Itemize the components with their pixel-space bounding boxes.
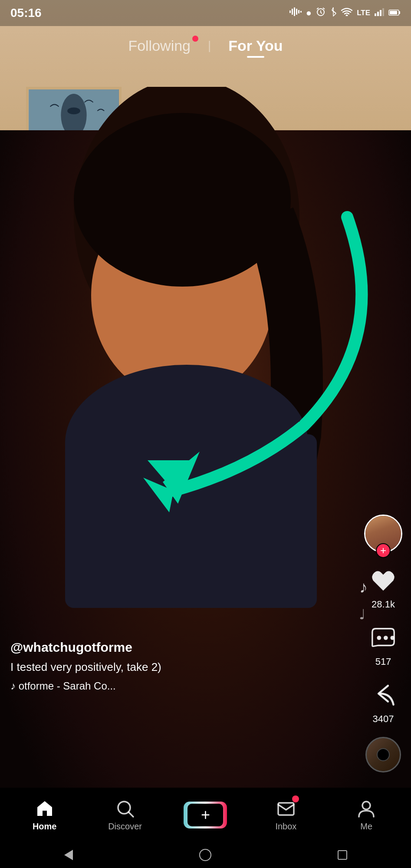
- svg-line-34: [128, 812, 133, 817]
- nav-inbox-label: Inbox: [275, 822, 296, 832]
- music-disc[interactable]: [365, 737, 401, 772]
- svg-point-30: [377, 636, 381, 640]
- follow-plus-button[interactable]: +: [376, 543, 391, 558]
- profile-icon: [356, 798, 377, 819]
- share-count: 3407: [373, 713, 394, 725]
- share-button[interactable]: 3407: [368, 680, 399, 725]
- svg-rect-29: [65, 434, 317, 608]
- nav-home-label: Home: [33, 822, 57, 832]
- status-bar: 05:16 ●: [0, 0, 411, 26]
- svg-line-10: [323, 8, 325, 9]
- following-notification-dot: [192, 36, 198, 42]
- svg-line-8: [321, 13, 322, 13]
- svg-rect-12: [375, 13, 376, 16]
- svg-rect-1: [292, 9, 293, 15]
- svg-rect-18: [390, 11, 397, 14]
- heart-icon: [368, 565, 399, 596]
- bluetooth-icon: [330, 7, 337, 19]
- svg-point-31: [384, 636, 388, 640]
- svg-point-36: [362, 802, 370, 809]
- discover-icon: [115, 798, 135, 819]
- plus-icon: +: [187, 804, 223, 826]
- nav-inbox[interactable]: Inbox: [260, 798, 312, 832]
- svg-rect-13: [377, 12, 379, 16]
- inbox-notification-badge: [292, 795, 299, 802]
- right-action-panel: + 28.1k 517 3407: [364, 515, 402, 772]
- like-button[interactable]: 28.1k: [368, 565, 399, 610]
- status-icons: ● LTE: [289, 7, 401, 19]
- nav-divider: |: [208, 39, 211, 53]
- svg-rect-4: [298, 10, 299, 13]
- bottom-navigation: Home Discover + Inbox: [0, 788, 411, 842]
- comment-icon: [368, 622, 399, 653]
- svg-line-9: [317, 8, 319, 9]
- creator-avatar[interactable]: +: [364, 515, 402, 553]
- foryou-tab[interactable]: For You: [228, 37, 283, 54]
- create-button[interactable]: +: [184, 802, 227, 828]
- status-time: 05:16: [10, 6, 42, 20]
- battery-icon: [388, 7, 401, 19]
- comment-button[interactable]: 517: [368, 622, 399, 667]
- nav-discover[interactable]: Discover: [99, 798, 151, 832]
- android-recents-button[interactable]: [332, 844, 353, 866]
- nav-me-label: Me: [360, 822, 372, 832]
- video-caption: I tested very positively, take 2): [10, 659, 324, 675]
- svg-rect-3: [296, 9, 297, 15]
- android-back-button[interactable]: [58, 844, 79, 866]
- alarm-icon: [316, 7, 326, 19]
- wifi-icon: [341, 7, 352, 19]
- share-icon: [368, 680, 399, 711]
- comment-count: 517: [375, 656, 391, 667]
- svg-rect-15: [382, 8, 384, 16]
- video-caption-area: @whatchugotforme I tested very positivel…: [10, 640, 324, 692]
- svg-point-11: [346, 15, 348, 17]
- following-tab[interactable]: Following: [128, 37, 191, 54]
- video-username[interactable]: @whatchugotforme: [10, 640, 324, 655]
- svg-rect-0: [289, 10, 291, 13]
- nav-create[interactable]: +: [179, 802, 231, 828]
- soundwave-icon: [289, 7, 302, 19]
- home-icon: [34, 798, 55, 819]
- lte-icon: LTE: [357, 9, 370, 17]
- android-home-button[interactable]: [194, 844, 216, 866]
- nav-discover-label: Discover: [108, 822, 142, 832]
- signal-icon: [375, 7, 384, 19]
- video-music-label[interactable]: ♪ otforme - Sarah Co...: [10, 680, 324, 692]
- svg-rect-5: [300, 11, 302, 13]
- inbox-icon-container: [276, 798, 296, 819]
- like-count: 28.1k: [372, 599, 395, 610]
- svg-rect-2: [294, 7, 295, 16]
- top-nav: Following | For You: [0, 26, 411, 65]
- video-player[interactable]: ♪ ♩ @whatchugotforme I tested very posit…: [0, 0, 411, 788]
- svg-rect-14: [380, 10, 381, 16]
- nav-profile[interactable]: Me: [340, 798, 392, 832]
- svg-rect-17: [399, 11, 400, 14]
- nav-home[interactable]: Home: [19, 798, 71, 832]
- android-nav-bar: [0, 842, 411, 868]
- dot-indicator: ●: [306, 7, 312, 19]
